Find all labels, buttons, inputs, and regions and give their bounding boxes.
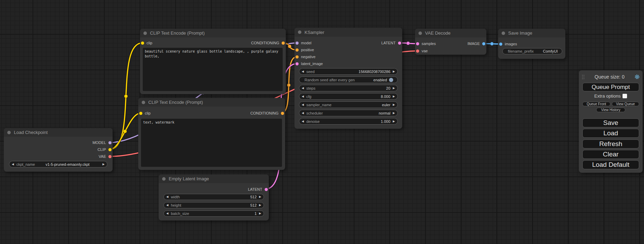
queue-prompt-button[interactable]: Queue Prompt <box>582 83 639 91</box>
output-port-clip-dot[interactable] <box>108 148 112 151</box>
widget-batch-size[interactable]: ◀ batch_size 1 ▶ <box>164 210 264 217</box>
widget-denoise[interactable]: ◀ denoise 1.000 ▶ <box>299 118 398 125</box>
increment-arrow-icon[interactable]: ▶ <box>390 120 397 123</box>
input-row-latent-image: latent_image <box>295 61 323 67</box>
widget-scheduler[interactable]: ◀ scheduler normal ▶ <box>299 110 398 116</box>
negative-prompt-textarea[interactable]: text, watermark <box>141 119 282 167</box>
increment-arrow-icon[interactable]: ▶ <box>100 163 107 166</box>
node-save-image-titlebar[interactable]: Save Image <box>498 29 565 37</box>
input-port-clip-dot[interactable] <box>141 42 144 45</box>
decrement-arrow-icon[interactable]: ◀ <box>164 204 171 207</box>
widget-filename-prefix[interactable]: filename_prefix ComfyUI <box>502 48 562 54</box>
widget-sampler-name[interactable]: ◀ sampler_name euler ▶ <box>299 101 398 108</box>
widget-label: ckpt_name <box>16 162 35 166</box>
decrement-arrow-icon[interactable]: ◀ <box>299 103 306 106</box>
increment-arrow-icon[interactable]: ▶ <box>390 112 397 115</box>
extra-options-checkbox[interactable] <box>623 94 627 98</box>
decrement-arrow-icon[interactable]: ◀ <box>299 120 306 123</box>
collapse-dot-icon[interactable] <box>298 30 301 34</box>
input-row-clip: clip <box>141 40 152 46</box>
input-port-model-dot[interactable] <box>295 42 299 45</box>
view-history-button[interactable]: View History <box>596 108 625 112</box>
load-button[interactable]: Load <box>582 129 639 138</box>
comfyui-canvas[interactable]: { "canvas": { "bg": "#232323", "grid_min… <box>0 0 644 244</box>
input-port-negative-dot[interactable] <box>295 55 299 58</box>
output-port-image-dot[interactable] <box>482 42 485 45</box>
output-port-conditioning-dot[interactable] <box>282 42 285 45</box>
collapse-dot-icon[interactable] <box>162 177 166 181</box>
output-label: IMAGE <box>468 42 480 46</box>
refresh-button[interactable]: Refresh <box>582 139 639 148</box>
load-default-button[interactable]: Load Default <box>582 160 639 169</box>
decrement-arrow-icon[interactable]: ◀ <box>299 87 306 90</box>
decrement-arrow-icon[interactable]: ◀ <box>164 196 171 198</box>
node-vae-decode[interactable]: VAE Decode samples vae IMAGE <box>415 29 486 55</box>
drag-handle-icon[interactable] <box>582 74 585 79</box>
node-ksampler[interactable]: KSampler model positive negative latent_… <box>294 28 402 129</box>
widget-label: batch_size <box>171 211 189 216</box>
output-port-model-dot[interactable] <box>108 141 112 144</box>
toggle-knob[interactable] <box>389 78 393 82</box>
widget-random-seed-toggle[interactable]: Random seed after every gen enabled <box>299 76 398 83</box>
increment-arrow-icon[interactable]: ▶ <box>257 204 264 207</box>
increment-arrow-icon[interactable]: ▶ <box>257 212 264 215</box>
node-clip-negative-titlebar[interactable]: CLIP Text Encode (Prompt) <box>138 98 285 107</box>
collapse-dot-icon[interactable] <box>7 131 11 134</box>
output-port-latent-dot[interactable] <box>265 188 268 191</box>
input-port-positive-dot[interactable] <box>295 48 299 52</box>
widget-value: 8.000 <box>381 94 390 99</box>
collapse-dot-icon[interactable] <box>143 31 147 35</box>
decrement-arrow-icon[interactable]: ◀ <box>299 70 306 73</box>
input-port-samples-dot[interactable] <box>416 42 419 45</box>
output-label: VAE <box>99 154 106 159</box>
node-clip-text-encode-positive[interactable]: CLIP Text Encode (Prompt) clip CONDITION… <box>140 29 286 94</box>
decrement-arrow-icon[interactable]: ◀ <box>299 112 306 115</box>
decrement-arrow-icon[interactable]: ◀ <box>299 95 306 98</box>
widget-seed[interactable]: ◀ seed 156680208700286 ▶ <box>299 68 398 75</box>
increment-arrow-icon[interactable]: ▶ <box>390 87 397 90</box>
node-load-checkpoint-titlebar[interactable]: Load Checkpoint <box>4 128 113 137</box>
collapse-dot-icon[interactable] <box>418 31 422 35</box>
node-empty-latent-image[interactable]: Empty Latent Image LATENT ◀ width 512 ▶ … <box>159 174 269 220</box>
widget-label: steps <box>306 86 315 90</box>
save-button[interactable]: Save <box>582 118 639 127</box>
output-row-vae: VAE <box>99 153 112 160</box>
input-label: clip <box>147 41 152 45</box>
increment-arrow-icon[interactable]: ▶ <box>390 95 397 98</box>
widget-width[interactable]: ◀ width 512 ▶ <box>164 194 264 200</box>
queue-panel-header: Queue size: 0 <box>582 74 640 80</box>
clear-button[interactable]: Clear <box>582 150 639 159</box>
decrement-arrow-icon[interactable]: ◀ <box>164 212 171 215</box>
node-clip-positive-titlebar[interactable]: CLIP Text Encode (Prompt) <box>140 29 286 37</box>
node-load-checkpoint[interactable]: Load Checkpoint MODEL CLIP VAE ◀ ckpt_na… <box>4 128 113 172</box>
node-save-image[interactable]: Save Image images filename_prefix ComfyU… <box>498 29 565 59</box>
link-midpoint-dot-clip-to-negative-encode <box>123 130 127 133</box>
node-clip-text-encode-negative[interactable]: CLIP Text Encode (Prompt) clip CONDITION… <box>138 98 285 170</box>
node-vae-decode-titlebar[interactable]: VAE Decode <box>415 29 486 37</box>
increment-arrow-icon[interactable]: ▶ <box>390 70 397 73</box>
input-label: model <box>301 41 311 45</box>
input-port-vae-dot[interactable] <box>416 49 419 53</box>
collapse-dot-icon[interactable] <box>502 31 505 35</box>
widget-steps[interactable]: ◀ steps 20 ▶ <box>299 85 398 91</box>
decrement-arrow-icon[interactable]: ◀ <box>9 163 16 166</box>
input-port-latent-image-dot[interactable] <box>295 62 299 65</box>
node-empty-latent-titlebar[interactable]: Empty Latent Image <box>159 174 269 183</box>
output-port-latent-dot[interactable] <box>398 42 401 45</box>
increment-arrow-icon[interactable]: ▶ <box>257 196 264 198</box>
increment-arrow-icon[interactable]: ▶ <box>390 103 397 106</box>
output-port-vae-dot[interactable] <box>108 155 112 158</box>
widget-cfg[interactable]: ◀ cfg 8.000 ▶ <box>299 93 398 100</box>
queue-front-button[interactable]: Queue Front <box>582 102 610 106</box>
view-queue-button[interactable]: View Queue <box>612 102 639 106</box>
settings-gear-icon[interactable] <box>634 74 640 80</box>
positive-prompt-textarea[interactable]: beautiful scenery nature glass bottle la… <box>143 48 283 91</box>
widget-height[interactable]: ◀ height 512 ▶ <box>164 202 264 208</box>
output-port-conditioning-dot[interactable] <box>281 112 284 115</box>
collapse-dot-icon[interactable] <box>142 101 145 104</box>
input-port-images-dot[interactable] <box>499 43 502 46</box>
widget-label: seed <box>306 70 315 74</box>
node-ksampler-titlebar[interactable]: KSampler <box>294 28 402 37</box>
input-port-clip-dot[interactable] <box>139 112 142 115</box>
widget-ckpt-name[interactable]: ◀ ckpt_name v1-5-pruned-emaonly.ckpt ▶ <box>9 161 107 168</box>
